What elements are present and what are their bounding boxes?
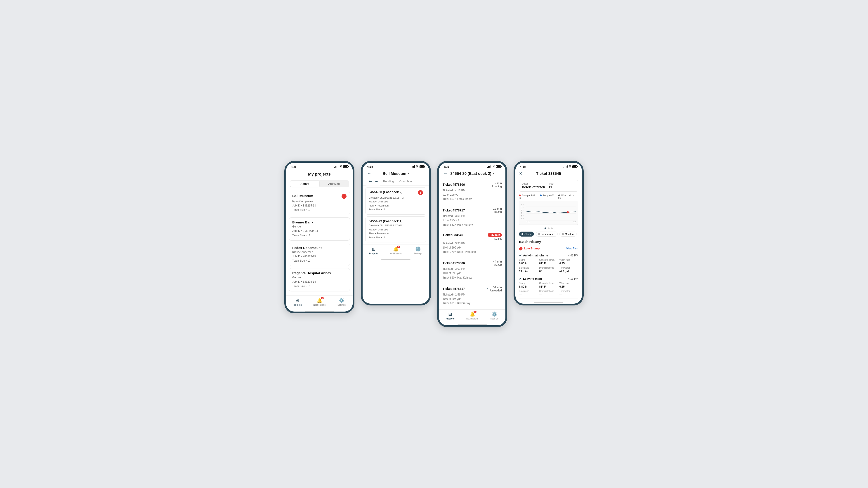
driver-value: Derek Petersen	[522, 185, 545, 189]
screen-content-2: 84554-80 (East deck 2) ! Created • 05/25…	[363, 186, 429, 245]
ticket-meta-3: Ticketed • 3:33 PM 10.0 of 295 yd³ Truck…	[442, 241, 502, 254]
leaving-time: 4:11 PM	[568, 277, 578, 281]
metric-batchage-leaving: Batch age —	[519, 290, 538, 296]
legend-slump: Slump • 5.89 in	[519, 194, 537, 199]
ticket-row-1[interactable]: Ticket 4578606 2 min Loading Ticketed • …	[439, 179, 505, 204]
wifi-icon-1: ⌘	[340, 165, 342, 168]
tab-projects-1[interactable]: ⊞ Projects	[286, 297, 308, 306]
signal-icon-3	[487, 165, 491, 168]
view-alert-link[interactable]: View Alert	[566, 247, 578, 250]
project-card-bremer-bank[interactable]: Bremer Bank Gensler Job ID • UM84535-11 …	[289, 217, 350, 240]
tab-bar-1: ⊞ Projects 🔔 1 Notifications ⚙️ Settings	[286, 295, 352, 309]
tab-label-notifications-2: Notifications	[390, 252, 402, 255]
status-icons-4: ⌘	[563, 165, 577, 168]
ticket-id-5: Ticket 4578717	[442, 287, 465, 291]
projects-icon-2: ⊞	[372, 246, 376, 252]
metric-wcm-leaving: W/cm ratio 0.35	[559, 282, 578, 289]
close-button-4[interactable]: ✕	[519, 171, 522, 176]
pagination-dots	[519, 228, 578, 229]
tab-label-settings-2: Settings	[414, 252, 422, 255]
ticket-row-4[interactable]: Ticket 4578606 44 min At Job Ticketed • …	[439, 257, 505, 283]
project-card-regents[interactable]: Regents Hospital Annex Gensler Job ID • …	[289, 268, 350, 291]
ticket-row-5[interactable]: Ticket 4578717 ✔ 51 min Unloaded Tickete…	[439, 283, 505, 308]
tab-label-notifications-3: Notifications	[466, 318, 478, 320]
wifi-icon-3: ⌘	[492, 165, 495, 168]
status-bar-1: 4:38 ⌘	[286, 163, 352, 169]
metric-trimwater-leaving: Trim water —	[559, 290, 578, 296]
tab-settings-1[interactable]: ⚙️ Settings	[331, 297, 352, 306]
signal-icon-1	[334, 165, 338, 168]
chart-tab-moisture[interactable]: Moisture	[559, 232, 577, 236]
tab-projects-3[interactable]: ⊞ Projects	[439, 311, 461, 320]
truck-value: 11	[549, 185, 552, 189]
arriving-time: 4:41 PM	[568, 254, 578, 257]
page-title-4: Ticket 333545	[536, 171, 561, 176]
tab-notifications-3[interactable]: 🔔 1 Notifications	[461, 311, 483, 320]
title-dropdown-2[interactable]: Bell Museum ▾	[383, 171, 409, 176]
tab-settings-3[interactable]: ⚙️ Settings	[483, 311, 505, 320]
settings-icon-3: ⚙️	[492, 311, 497, 317]
phone-1: 4:38 ⌘ My projects Active Archive	[284, 161, 354, 313]
status-icons-2: ⌘	[411, 165, 425, 168]
tab-notifications-1[interactable]: 🔔 1 Notifications	[308, 297, 331, 306]
ticket-meta-1: Ticketed • 4:13 PM 9.0 of 295 yd³ Truck …	[442, 188, 502, 201]
tab-row-2: Active Pending Complete	[363, 178, 429, 186]
metric-conctemp-arriving: Concrete temp. 81° F	[539, 259, 558, 265]
projects-icon-3: ⊞	[448, 311, 452, 317]
tab-pending-2[interactable]: Pending	[380, 178, 397, 185]
batch-history-title: Batch History	[519, 240, 578, 243]
check-icon-arriving: ✔	[519, 254, 522, 257]
screen-content-1: Bell Museum ! Ryan Companies Job ID • B8…	[286, 189, 352, 295]
ticket-time-4: 44 min	[493, 260, 502, 263]
time-2: 4:38	[367, 165, 373, 168]
tab-active-2[interactable]: Active	[366, 178, 380, 185]
seg-active-1[interactable]: Active	[290, 181, 319, 187]
seg-archived-1[interactable]: Archived	[319, 181, 348, 187]
project-name: Bell Museum	[292, 194, 313, 198]
project-list: Bell Museum ! Ryan Companies Job ID • B8…	[286, 189, 352, 295]
page-header-3: ← 84554-80 (East deck 2) ▾	[439, 169, 505, 178]
status-bar-3: 4:38 ⌘	[439, 163, 505, 169]
ticket-status-2: To Job	[493, 210, 502, 214]
pour-card-2[interactable]: 84554-79 (East deck 1) Created • 05/15/2…	[365, 217, 426, 242]
project-card-bell-museum[interactable]: Bell Museum ! Ryan Companies Job ID • B8…	[289, 191, 350, 215]
tab-complete-2[interactable]: Complete	[397, 178, 415, 185]
tab-projects-2[interactable]: ⊞ Projects	[363, 246, 385, 255]
legend-wcm: W/cm ratio • 0.34	[558, 194, 578, 199]
ticket-row-3[interactable]: Ticket 333545 ! 37 min To Job Ticketed •…	[439, 230, 505, 257]
notifications-badge-2: 1	[397, 246, 400, 248]
chart-tabs: Slump Temperature Moisture	[519, 232, 578, 236]
check-icon-5: ✔	[486, 287, 489, 291]
project-card-fedex[interactable]: Fedex Rosemount Krause Andersen Job ID •…	[289, 243, 350, 266]
back-button-2[interactable]: ←	[366, 170, 372, 177]
tab-label-settings-3: Settings	[490, 318, 498, 320]
pour-name-1: 84554-80 (East deck 2)	[369, 190, 402, 194]
page-title-3: 84554-80 (East deck 2)	[450, 171, 491, 176]
home-indicator-2	[381, 259, 410, 260]
alert-badge-3: ! 37 min	[488, 233, 502, 237]
ticket-row-2[interactable]: Ticket 4578717 12 min To Job Ticketed • …	[439, 204, 505, 230]
tab-notifications-2[interactable]: 🔔 1 Notifications	[385, 246, 407, 255]
phone-3: 4:38 ⌘ ← 84554-80 (East deck 2) ▾	[437, 161, 507, 327]
chart-tab-slump[interactable]: Slump	[519, 232, 534, 236]
pour-card-1[interactable]: 84554-80 (East deck 2) ! Created • 05/25…	[365, 187, 426, 215]
project-name-3: Fedex Rosemount	[292, 246, 322, 250]
back-button-3[interactable]: ←	[442, 170, 448, 177]
segmented-control-1[interactable]: Active Archived	[290, 180, 349, 187]
ticket-id-1: Ticket 4578606	[442, 183, 465, 186]
metric-slump-leaving: Slump 6.80 in	[519, 282, 538, 289]
ticket-meta-4: Ticketed • 3:07 PM 10.0 of 295 yd³ Truck…	[442, 267, 502, 280]
page-title-2: Bell Museum	[383, 171, 406, 176]
project-meta-1: Ryan Companies Job ID • B83215-13 Team S…	[292, 199, 346, 213]
page-header-4: ✕ Ticket 333545	[515, 169, 582, 178]
ticket-time-2: 12 min	[493, 207, 502, 210]
tab-settings-2[interactable]: ⚙️ Settings	[407, 246, 429, 255]
screen-content-3: Ticket 4578606 2 min Loading Ticketed • …	[439, 178, 505, 310]
ticket-id-4: Ticket 4578606	[442, 261, 465, 265]
chart-tab-temp[interactable]: Temperature	[536, 232, 558, 236]
metric-drum-arriving: Drum rotations 65	[539, 267, 558, 273]
truck-field: Truck 11	[549, 183, 554, 189]
tab-label-projects-3: Projects	[445, 318, 454, 320]
title-dropdown-3[interactable]: 84554-80 (East deck 2) ▾	[450, 171, 494, 176]
battery-icon-2	[420, 165, 425, 168]
